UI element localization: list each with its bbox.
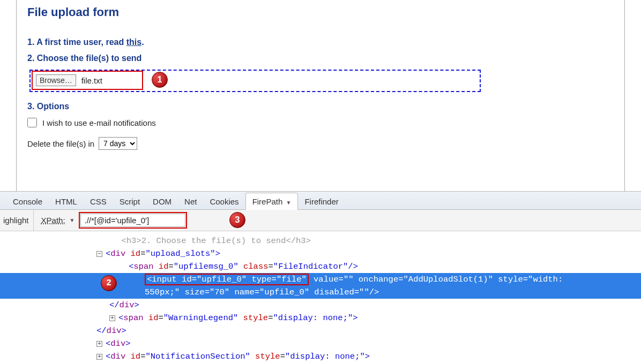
src-line[interactable]: +<div id="NotificationSection" style="di… [0,350,641,363]
devtools-panel: Console HTML CSS Script DOM Net Cookies … [0,191,641,363]
devtools-tabbar: Console HTML CSS Script DOM Net Cookies … [0,192,641,210]
selected-filename: file.txt [81,76,102,85]
expand-icon[interactable]: + [109,315,115,321]
src-line-selected[interactable]: <input id="upfile_0" type="file" value="… [0,273,641,286]
tab-script[interactable]: Script [113,193,146,209]
step1-period: . [141,37,144,47]
tab-console[interactable]: Console [6,193,49,209]
upload-row: Browse… file.txt 1 [27,70,614,92]
chevron-down-icon: ▼ [286,200,292,206]
src-line[interactable]: <span id="upfilemsg_0" class="FileIndica… [0,260,641,273]
src-line: <h3>2. Choose the file(s) to send</h3> [0,234,641,247]
email-notify-checkbox[interactable] [27,118,37,127]
annotation-badge-2: 2 [101,275,117,291]
tab-css[interactable]: CSS [84,193,113,209]
src-line[interactable]: +<span id="WarningLegend" style="display… [0,312,641,324]
highlight-button[interactable]: ighlight [0,210,34,231]
chevron-down-icon[interactable]: ▼ [70,217,75,223]
step3-heading: 3. Options [27,102,614,111]
tab-firefinder[interactable]: Firefinder [298,193,345,209]
src-line[interactable]: </div> [0,299,641,312]
browse-button[interactable]: Browse… [36,74,76,86]
delete-label: Delete the file(s) in [27,139,94,148]
annotation-badge-3: 3 [229,212,245,228]
src-line[interactable]: +<div> [0,337,641,350]
form-title: File upload form [27,0,614,33]
xpath-label[interactable]: XPath: [34,216,70,225]
expand-icon[interactable]: + [96,341,102,347]
annotation-badge-1: 1 [152,72,168,88]
step1-heading: 1. A first time user, read this. [27,37,614,47]
xpath-input[interactable] [80,214,185,227]
firepath-toolbar: ighlight XPath: ▼ 3 [0,210,641,231]
delete-row: Delete the file(s) in 7 days [27,137,614,150]
email-notify-row: I wish to use e-mail notifications [27,118,614,127]
collapse-icon[interactable]: − [96,251,102,257]
src-line-selected[interactable]: 550px;" size="70" name="upfile_0" disabl… [0,286,641,299]
tab-firepath[interactable]: FirePath ▼ [245,193,299,210]
expand-icon[interactable]: + [96,354,102,360]
src-line[interactable]: </div> [0,324,641,337]
src-line[interactable]: −<div id="upload_slots"> [0,247,641,260]
step2-heading: 2. Choose the file(s) to send [27,54,614,63]
tab-net[interactable]: Net [178,193,203,209]
tab-dom[interactable]: DOM [146,193,178,209]
step1-text: 1. A first time user, read [27,37,126,47]
tab-cookies[interactable]: Cookies [203,193,245,209]
file-input-annotation: Browse… file.txt [32,71,143,90]
source-tree[interactable]: <h3>2. Choose the file(s) to send</h3> −… [0,231,641,363]
upload-form-panel: File upload form 1. A first time user, r… [16,0,625,191]
xpath-input-annotation [79,212,187,229]
email-notify-label: I wish to use e-mail notifications [42,118,156,127]
tab-html[interactable]: HTML [49,193,84,209]
delete-select[interactable]: 7 days [99,137,137,150]
read-this-link[interactable]: this [126,37,141,47]
